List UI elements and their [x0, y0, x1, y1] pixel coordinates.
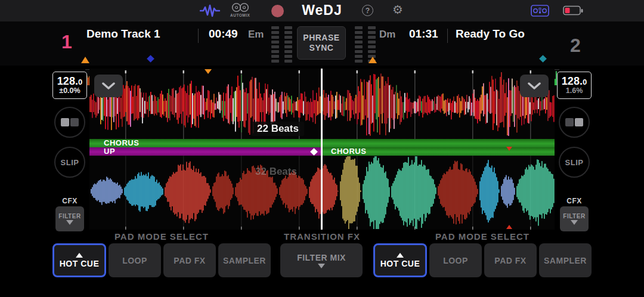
deck2-track-title: Ready To Go	[456, 27, 525, 41]
deck1-view-toggle-button[interactable]	[54, 107, 85, 138]
deck1-cfx-label: CFX	[54, 197, 85, 205]
deck1-tempo: ±0.0%	[59, 87, 80, 95]
deck1-phrase-bar-up: UP	[89, 147, 321, 156]
battery-icon	[563, 5, 584, 16]
deck2-slip-button[interactable]: SLIP	[559, 147, 590, 178]
triangle-up-icon	[397, 253, 404, 258]
deck2-tempo: 1.6%	[566, 87, 583, 95]
deck2-cfx-label: CFX	[559, 197, 590, 205]
deck2-number: 2	[565, 35, 586, 57]
transition-fx-header: TRANSITION FX	[274, 231, 370, 242]
transition-fx-select[interactable]: FILTER MIX	[280, 243, 363, 277]
deck2-pad-sampler[interactable]: SAMPLER	[539, 243, 592, 277]
deck1-pad-sampler[interactable]: SAMPLER	[218, 243, 271, 277]
chevron-down-icon	[528, 82, 541, 89]
deck2-cue-marker	[369, 57, 377, 63]
playhead	[321, 69, 323, 230]
beat-marker-icon	[205, 69, 212, 74]
deck2-beats-count: 32 Beats	[255, 166, 297, 178]
deck1-track-title: Demo Track 1	[86, 27, 160, 41]
deck2-pad-loop[interactable]: LOOP	[429, 243, 482, 277]
deck1-collapse-button[interactable]	[94, 75, 123, 97]
deck1-cue-marker	[81, 57, 89, 63]
deck1-bpm-display[interactable]: 128.0 ±0.0%	[52, 72, 87, 99]
controller-icon[interactable]	[531, 5, 549, 17]
deck2-view-toggle-button[interactable]	[559, 107, 590, 138]
triangle-up-icon	[76, 253, 83, 258]
deck2-pad-hot-cue[interactable]: HOT CUE	[373, 243, 427, 277]
deck1-level-meter	[271, 26, 292, 63]
deck2-cfx-filter-select[interactable]: FILTER	[560, 206, 589, 231]
chevron-down-icon	[571, 220, 578, 225]
gear-icon[interactable]: ⚙	[392, 4, 403, 16]
help-icon[interactable]: ?	[362, 5, 373, 16]
pad-mode-select-header-left: PAD MODE SELECT	[52, 231, 271, 242]
chevron-down-icon	[318, 264, 325, 268]
deck1-key: Em	[248, 29, 264, 41]
cue-marker-icon	[506, 225, 512, 229]
wedj-app: AUTOMIX WeDJ ? ⚙	[0, 0, 644, 297]
deck1-slip-button[interactable]: SLIP	[54, 147, 85, 178]
waveform-view-icon[interactable]	[200, 4, 220, 17]
deck2-bpm-display[interactable]: 128.0 1.6%	[557, 72, 592, 99]
deck2-time[interactable]: 01:31	[409, 27, 438, 41]
deck1-pad-loop[interactable]: LOOP	[109, 243, 161, 277]
app-title: WeDJ	[286, 2, 358, 18]
divider	[198, 29, 199, 43]
top-bar: AUTOMIX WeDJ ? ⚙	[0, 0, 644, 21]
deck1-pad-hot-cue[interactable]: HOT CUE	[52, 243, 106, 277]
chevron-down-icon	[66, 220, 73, 225]
automix-icon[interactable]: AUTOMIX	[230, 2, 250, 17]
chevron-down-icon	[102, 82, 115, 89]
deck2-pad-pad-fx[interactable]: PAD FX	[484, 243, 537, 277]
deck1-time[interactable]: 00:49	[209, 27, 238, 41]
phrase-diamond-marker	[310, 148, 318, 156]
deck2-key: Dm	[379, 29, 395, 41]
track-info-bar: 1 Demo Track 1 00:49 Em PHRASE SYNC Dm 0…	[0, 21, 644, 66]
deck2-hotcue-marker	[539, 55, 547, 63]
deck1-pad-pad-fx[interactable]: PAD FX	[163, 243, 216, 277]
deck1-beats-count: 22 Beats	[252, 122, 304, 136]
cue-marker-icon	[506, 147, 512, 151]
pad-mode-select-header-right: PAD MODE SELECT	[373, 231, 592, 242]
record-button[interactable]	[271, 5, 284, 17]
deck1-hotcue-marker	[147, 55, 154, 63]
deck1-number: 1	[57, 31, 76, 53]
deck2-collapse-button[interactable]	[520, 75, 549, 97]
divider	[447, 29, 448, 43]
deck2-phrase-bar: CHORUS	[323, 147, 555, 156]
deck1-cfx-filter-select[interactable]: FILTER	[55, 206, 84, 231]
automix-label: AUTOMIX	[230, 13, 250, 17]
phrase-sync-button[interactable]: PHRASE SYNC	[297, 26, 346, 60]
